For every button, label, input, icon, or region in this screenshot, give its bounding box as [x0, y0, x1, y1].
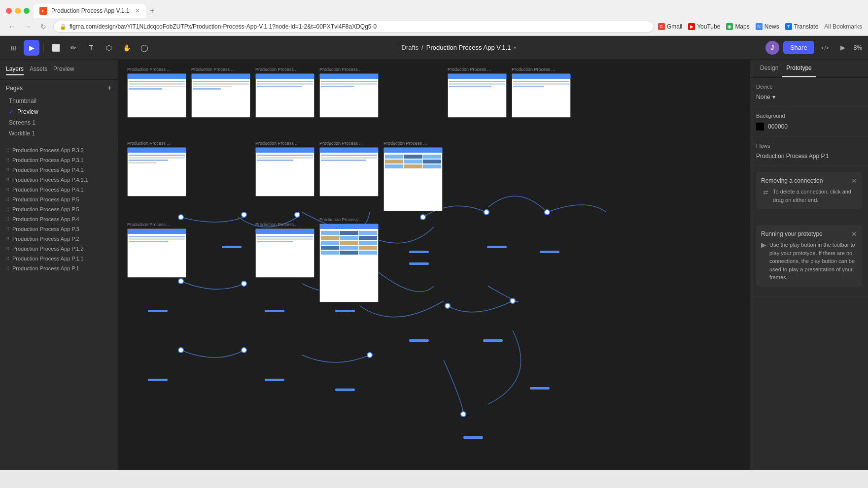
layer-item[interactable]: ⠿ Production Process App P.3.1 — [0, 155, 118, 165]
forward-button[interactable]: → — [22, 21, 34, 33]
tool-frames[interactable]: ⊞ — [6, 40, 22, 56]
svg-rect-31 — [530, 387, 550, 390]
frame-box[interactable] — [127, 147, 186, 196]
bookmark-gmail[interactable]: G Gmail — [658, 23, 682, 30]
frame-box[interactable] — [127, 73, 186, 118]
background-value[interactable]: 000000 — [756, 123, 862, 130]
back-button[interactable]: ← — [6, 21, 18, 33]
tool-hand[interactable]: ✋ — [119, 40, 135, 56]
proto-frame-1[interactable]: Production Process ... — [127, 67, 186, 118]
title-project-name: Production Process App V.1.1 — [426, 44, 511, 51]
tool-comment[interactable]: ◯ — [137, 40, 152, 56]
tab-preview[interactable]: Preview — [53, 64, 74, 75]
tab-design[interactable]: Design — [756, 60, 782, 77]
svg-point-7 — [178, 279, 183, 284]
proto-frame-12[interactable]: Production Process ... — [255, 222, 314, 278]
running-prototype-body: ▶ Use the play button in the toolbar to … — [761, 241, 857, 282]
tool-frame[interactable]: ⬜ — [48, 40, 64, 56]
proto-frame-11[interactable]: Production Process ... — [127, 222, 186, 278]
pages-header: Pages + — [6, 84, 112, 93]
frame-box[interactable] — [383, 147, 443, 211]
all-bookmarks[interactable]: All Bookmarks — [824, 23, 862, 30]
flows-item[interactable]: Production Process App P.1 — [756, 153, 862, 160]
frame-box[interactable] — [127, 228, 186, 278]
proto-frame-4[interactable]: Production Process ... — [319, 67, 379, 118]
refresh-button[interactable]: ↻ — [37, 21, 49, 33]
layer-item[interactable]: ⠿ Production Process App P.4.1 — [0, 165, 118, 175]
browser-titlebar: F Production Process App V.1.1 ✕ + — [0, 0, 868, 18]
proto-frame-5[interactable]: Production Process ... — [448, 67, 507, 118]
tab-layers[interactable]: Layers — [6, 64, 24, 75]
page-screens1[interactable]: Screens 1 — [6, 117, 112, 128]
minimize-dot[interactable] — [15, 8, 21, 14]
page-preview[interactable]: ✓ Preview — [6, 106, 112, 117]
tool-prototype[interactable]: ▶ — [24, 40, 39, 56]
frame-box[interactable] — [191, 73, 250, 118]
frame-box[interactable] — [319, 147, 379, 196]
present-button[interactable]: ▶ — [836, 41, 850, 55]
layer-label: Production Process App P.5 — [12, 206, 79, 212]
frame-box[interactable] — [448, 73, 507, 118]
layer-item[interactable]: ⠿ Production Process App P.3.2 — [0, 145, 118, 155]
frame-box[interactable] — [319, 73, 379, 118]
removing-connection-close[interactable]: ✕ — [851, 177, 857, 185]
tab-prototype[interactable]: Prototype — [782, 60, 815, 77]
removing-connection-body: ⇄ To delete a connection, click and drag… — [761, 188, 857, 204]
tool-text[interactable]: T — [83, 40, 99, 56]
layer-item[interactable]: ⠿ Production Process App P.2 — [0, 234, 118, 244]
proto-frame-10[interactable]: Production Process ... — [383, 141, 443, 211]
proto-frame-6[interactable]: Production Process ... — [512, 67, 571, 118]
layer-item[interactable]: ⠿ Production Process App P.1 — [0, 263, 118, 273]
browser-tab[interactable]: F Production Process App V.1.1 ✕ — [34, 4, 146, 18]
flows-label: Flows — [756, 143, 862, 149]
new-tab-button[interactable]: + — [150, 6, 154, 15]
frame-box[interactable] — [255, 147, 314, 196]
tab-close[interactable]: ✕ — [135, 7, 140, 14]
frame-box[interactable] — [255, 228, 314, 278]
maximize-dot[interactable] — [24, 8, 30, 14]
page-thumbnail[interactable]: Thumbnail — [6, 96, 112, 106]
bookmark-news[interactable]: N News — [756, 23, 779, 30]
bookmark-youtube[interactable]: ▶ YouTube — [688, 23, 720, 30]
layer-label: Production Process App P.3 — [12, 226, 79, 232]
background-swatch[interactable] — [756, 123, 764, 130]
translate-icon: T — [785, 23, 792, 30]
layer-item[interactable]: ⠿ Production Process App P.3 — [0, 224, 118, 234]
proto-frame-7[interactable]: Production Process ... — [127, 141, 186, 196]
code-view-button[interactable]: </> — [818, 41, 832, 55]
proto-frame-3[interactable]: Production Process ... — [255, 67, 314, 118]
add-page-button[interactable]: + — [107, 84, 112, 93]
bookmark-translate[interactable]: T Translate — [785, 23, 819, 30]
running-prototype-close[interactable]: ✕ — [851, 230, 857, 238]
proto-frame-2[interactable]: Production Process ... — [191, 67, 250, 118]
close-dot[interactable] — [6, 8, 12, 14]
frame-box[interactable] — [255, 73, 314, 118]
proto-frame-13[interactable]: Production Process ... — [319, 217, 379, 302]
address-bar[interactable]: 🔒 figma.com/design/bavYlT1NLdcqcoFobZUTP… — [53, 21, 654, 33]
layer-item[interactable]: ⠿ Production Process App P.4.1.1 — [0, 175, 118, 185]
bookmark-maps[interactable]: ◉ Maps — [726, 23, 749, 30]
layer-item[interactable]: ⠿ Production Process App P.1.2 — [0, 244, 118, 254]
tab-assets[interactable]: Assets — [30, 64, 47, 75]
layer-item[interactable]: ⠿ Production Process App P.5 — [0, 195, 118, 204]
svg-rect-25 — [148, 310, 168, 312]
zoom-level[interactable]: 8% — [854, 44, 862, 51]
title-dropdown-icon[interactable]: ▾ — [514, 45, 516, 50]
tool-pen[interactable]: ✏ — [66, 40, 81, 56]
layer-item[interactable]: ⠿ Production Process App P.4 — [0, 214, 118, 224]
frame-box[interactable] — [512, 73, 571, 118]
proto-frame-9[interactable]: Production Process ... — [319, 141, 379, 196]
proto-frame-8[interactable]: Production Process ... — [255, 141, 314, 196]
running-prototype-section: Running your prototype ✕ ▶ Use the play … — [750, 219, 868, 297]
user-avatar[interactable]: J — [765, 41, 779, 55]
device-value[interactable]: None ▾ — [756, 94, 862, 100]
frame-box[interactable] — [319, 224, 379, 302]
tool-component[interactable]: ⬡ — [101, 40, 117, 56]
page-workfile1[interactable]: Workfile 1 — [6, 128, 112, 139]
layer-item[interactable]: ⠿ Production Process App P.4.1 — [0, 185, 118, 195]
layer-item[interactable]: ⠿ Production Process App P.1.1 — [0, 254, 118, 263]
layer-item[interactable]: ⠿ Production Process App P.5 — [0, 204, 118, 214]
share-button[interactable]: Share — [783, 41, 814, 54]
canvas-area[interactable]: Production Process ... Production Proces… — [118, 60, 750, 470]
frame-label: Production Process ... — [255, 141, 314, 146]
